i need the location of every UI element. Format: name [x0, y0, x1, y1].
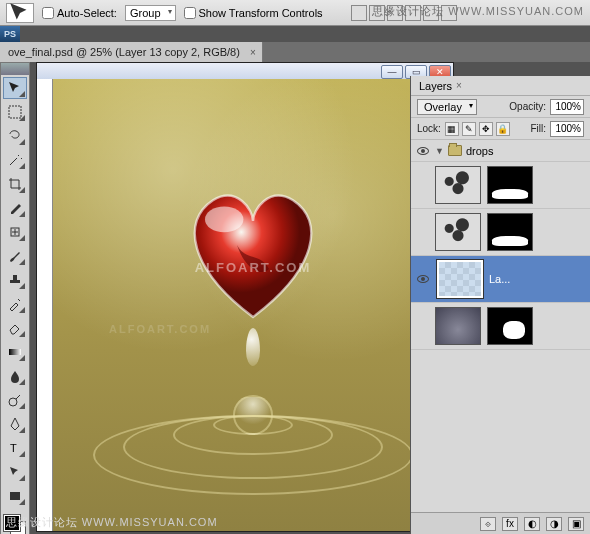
canvas-watermark-center: ALFOART.COM	[195, 260, 312, 275]
svg-point-6	[205, 207, 243, 233]
show-transform-checkbox[interactable]: Show Transform Controls	[184, 7, 323, 19]
stamp-tool[interactable]	[3, 269, 27, 291]
layers-panel-footer: ⟐ fx ◐ ◑ ▣	[411, 512, 590, 534]
blend-mode-select[interactable]: Overlay	[417, 99, 477, 115]
layer-thumbnail[interactable]	[435, 213, 481, 251]
eraser-tool[interactable]	[3, 317, 27, 339]
svg-point-3	[9, 398, 17, 406]
show-transform-input[interactable]	[184, 7, 196, 19]
layer-mask-thumbnail[interactable]	[487, 213, 533, 251]
link-layers-icon[interactable]: ⟐	[480, 517, 496, 531]
visibility-toggle[interactable]	[415, 143, 431, 159]
heart-artwork	[173, 178, 333, 328]
blur-tool[interactable]	[3, 365, 27, 387]
auto-select-mode-select[interactable]: Group	[125, 5, 176, 21]
watermark-top: 思缘设计论坛 WWW.MISSYUAN.COM	[372, 4, 584, 19]
gradient-tool[interactable]	[3, 341, 27, 363]
canvas-viewport[interactable]: ALFOART.COM ALFOART.COM	[53, 79, 453, 531]
layer-row[interactable]	[411, 162, 590, 209]
document-tab-bar: ove_final.psd @ 25% (Layer 13 copy 2, RG…	[0, 42, 590, 62]
folder-icon	[448, 145, 462, 156]
layer-thumbnail[interactable]	[435, 307, 481, 345]
healing-tool[interactable]	[3, 221, 27, 243]
tool-preset-picker[interactable]	[6, 3, 34, 23]
canvas[interactable]: ALFOART.COM ALFOART.COM	[53, 79, 453, 531]
layers-panel: Layers × Overlay Opacity: Lock: ▦ ✎ ✥ 🔒 …	[410, 76, 590, 534]
eyedropper-tool[interactable]	[3, 197, 27, 219]
lock-row: Lock: ▦ ✎ ✥ 🔒 Fill:	[411, 118, 590, 140]
layer-row[interactable]	[411, 209, 590, 256]
layer-group-row[interactable]: ▼ drops	[411, 140, 590, 162]
disclosure-triangle-icon[interactable]: ▼	[435, 146, 444, 156]
adjustment-layer-icon[interactable]: ◑	[546, 517, 562, 531]
layer-mask-thumbnail[interactable]	[487, 166, 533, 204]
layer-row-selected[interactable]: La...	[411, 256, 590, 303]
layer-fx-icon[interactable]: fx	[502, 517, 518, 531]
opacity-label: Opacity:	[509, 101, 546, 112]
dodge-tool[interactable]	[3, 389, 27, 411]
drip-artwork	[246, 328, 260, 366]
lock-pixels-icon[interactable]: ✎	[462, 122, 476, 136]
panel-close-icon[interactable]: ×	[456, 80, 462, 91]
crop-tool[interactable]	[3, 173, 27, 195]
minimize-button[interactable]: —	[381, 65, 403, 79]
document-tab[interactable]: ove_final.psd @ 25% (Layer 13 copy 2, RG…	[0, 42, 263, 62]
lock-all-icon[interactable]: 🔒	[496, 122, 510, 136]
layer-thumbnail[interactable]	[435, 166, 481, 204]
brush-tool[interactable]	[3, 245, 27, 267]
opacity-input[interactable]	[550, 99, 584, 115]
lasso-tool[interactable]	[3, 125, 27, 147]
history-brush-tool[interactable]	[3, 293, 27, 315]
blend-mode-row: Overlay Opacity:	[411, 96, 590, 118]
layer-mask-thumbnail[interactable]	[487, 307, 533, 345]
fill-label: Fill:	[530, 123, 546, 134]
close-icon[interactable]: ×	[250, 47, 256, 58]
document-window: — ▭ ✕ 0 200 400 600 800 1000 1200 1400	[36, 62, 454, 532]
wand-tool[interactable]	[3, 149, 27, 171]
layer-row[interactable]	[411, 303, 590, 350]
visibility-toggle[interactable]	[415, 271, 431, 287]
pen-tool[interactable]	[3, 413, 27, 435]
new-group-icon[interactable]: ▣	[568, 517, 584, 531]
document-tab-title: ove_final.psd @ 25% (Layer 13 copy 2, RG…	[8, 46, 240, 58]
layer-tree[interactable]: ▼ drops La...	[411, 140, 590, 512]
ps-app-icon[interactable]: PS	[0, 26, 20, 42]
layers-panel-tab[interactable]: Layers ×	[411, 76, 590, 96]
marquee-tool[interactable]	[3, 101, 27, 123]
svg-text:T: T	[10, 442, 17, 454]
layer-mask-icon[interactable]: ◐	[524, 517, 540, 531]
path-select-tool[interactable]	[3, 461, 27, 483]
ruler-vertical[interactable]	[37, 79, 53, 531]
layer-thumbnail[interactable]	[437, 260, 483, 298]
app-menu-bar: PS	[0, 26, 590, 42]
show-transform-label: Show Transform Controls	[199, 7, 323, 19]
lock-transparency-icon[interactable]: ▦	[445, 122, 459, 136]
auto-select-checkbox[interactable]: Auto-Select:	[42, 7, 117, 19]
fill-input[interactable]	[550, 121, 584, 137]
auto-select-input[interactable]	[42, 7, 54, 19]
lock-position-icon[interactable]: ✥	[479, 122, 493, 136]
align-top-icon[interactable]	[351, 5, 367, 21]
auto-select-label: Auto-Select:	[57, 7, 117, 19]
lock-label: Lock:	[417, 123, 441, 134]
watermark-bottom: 思缘设计论坛 WWW.MISSYUAN.COM	[6, 515, 218, 530]
ripples-artwork	[93, 375, 413, 495]
group-name: drops	[466, 145, 494, 157]
canvas-watermark-small: ALFOART.COM	[109, 323, 211, 335]
rectangle-tool[interactable]	[3, 485, 27, 507]
type-tool[interactable]: T	[3, 437, 27, 459]
toolbox: T	[0, 62, 30, 534]
layer-name: La...	[489, 273, 510, 285]
move-tool[interactable]	[3, 77, 27, 99]
